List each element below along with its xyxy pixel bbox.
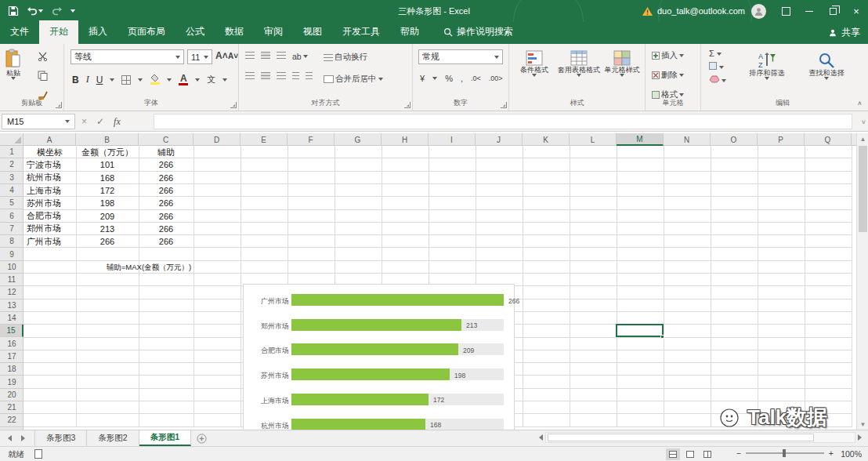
column-header-H[interactable]: H	[382, 133, 429, 146]
percent-style-icon[interactable]: %	[445, 74, 453, 83]
zoom-in-icon[interactable]: +	[829, 448, 834, 458]
bold-button[interactable]: B	[72, 74, 79, 85]
row-header-6[interactable]: 6	[0, 210, 24, 223]
font-size-select[interactable]: 11	[187, 49, 212, 64]
row-header-4[interactable]: 4	[0, 184, 24, 197]
cell-A2[interactable]: 宁波市场	[24, 158, 76, 171]
cell-A4[interactable]: 上海市场	[24, 184, 76, 197]
column-header-K[interactable]: K	[523, 133, 570, 146]
merge-center-button[interactable]: 合并后居中	[324, 74, 383, 85]
column-header-E[interactable]: E	[241, 133, 288, 146]
formula-bar-expand-icon[interactable]: ˅	[862, 118, 866, 126]
cell-C2[interactable]: 266	[139, 158, 193, 171]
row-header-11[interactable]: 11	[0, 274, 24, 286]
column-header-P[interactable]: P	[758, 133, 805, 146]
cell-C5[interactable]: 266	[139, 197, 193, 209]
cell-A7[interactable]: 郑州市场	[24, 223, 76, 235]
ribbon-tab-公式[interactable]: 公式	[175, 20, 215, 44]
column-header-G[interactable]: G	[335, 133, 382, 146]
cell-A5[interactable]: 苏州市场	[24, 197, 76, 209]
horizontal-scroll-thumb[interactable]	[548, 434, 814, 441]
zoom-out-icon[interactable]: −	[736, 448, 741, 458]
fill-color-dropdown-icon[interactable]	[167, 78, 172, 82]
cell-B7[interactable]: 213	[76, 223, 139, 235]
row-header-18[interactable]: 18	[0, 363, 24, 376]
font-color-icon[interactable]: A	[179, 74, 188, 85]
row-header-10[interactable]: 10	[0, 261, 24, 274]
cell-styles-button[interactable]: 单元格样式	[602, 50, 642, 77]
chart-bar[interactable]	[291, 368, 450, 380]
autosum-button[interactable]: Σ	[709, 49, 726, 58]
row-header-12[interactable]: 12	[0, 286, 24, 299]
bar-chart[interactable]: 广州市场266郑州市场213合肥市场209苏州市场198上海市场172杭州市场1…	[243, 284, 515, 430]
underline-dropdown-icon[interactable]	[110, 78, 114, 82]
row-header-5[interactable]: 5	[0, 197, 24, 209]
clipboard-dialog-launcher-icon[interactable]	[56, 102, 62, 108]
new-sheet-button[interactable]	[191, 430, 212, 446]
copy-icon[interactable]	[38, 70, 48, 84]
name-box-dropdown-icon[interactable]	[65, 120, 70, 123]
ribbon-tab-页面布局[interactable]: 页面布局	[118, 20, 175, 44]
ribbon-tab-开始[interactable]: 开始	[39, 20, 78, 44]
cell-C3[interactable]: 266	[139, 172, 193, 184]
cell-C1-header[interactable]: 辅助	[139, 146, 193, 158]
prev-sheet-icon[interactable]	[8, 435, 12, 441]
align-center-icon[interactable]	[261, 72, 270, 79]
restore-button[interactable]	[821, 0, 844, 22]
delete-cells-button[interactable]: 删除	[652, 70, 684, 81]
cell-B6[interactable]: 209	[76, 210, 139, 223]
increase-indent-icon[interactable]	[306, 72, 313, 79]
avatar[interactable]	[751, 4, 766, 19]
next-sheet-icon[interactable]	[21, 435, 25, 441]
column-header-O[interactable]: O	[711, 133, 758, 146]
align-left-icon[interactable]	[245, 72, 255, 79]
column-header-A[interactable]: A	[24, 133, 76, 146]
italic-button[interactable]: I	[86, 74, 89, 85]
align-bottom-icon[interactable]	[277, 52, 286, 59]
decrease-font-icon[interactable]: A˅	[228, 52, 238, 60]
cell-C7[interactable]: 266	[139, 223, 193, 235]
cell-C8[interactable]: 266	[139, 235, 193, 248]
conditional-formatting-button[interactable]: 条件格式	[512, 50, 556, 77]
undo-button[interactable]	[27, 6, 43, 16]
ribbon-tab-帮助[interactable]: 帮助	[390, 20, 429, 44]
cell-B1-header[interactable]: 金额（万元）	[76, 146, 139, 158]
borders-icon[interactable]	[121, 75, 131, 85]
accounting-format-icon[interactable]: ¥	[420, 74, 425, 83]
row-header-17[interactable]: 17	[0, 350, 24, 363]
vertical-scrollbar[interactable]: ▲ ▼	[856, 133, 868, 430]
ribbon-tab-视图[interactable]: 视图	[293, 20, 332, 44]
cell-A6[interactable]: 合肥市场	[24, 210, 76, 223]
enter-icon[interactable]: ✓	[96, 116, 104, 127]
alignment-dialog-launcher-icon[interactable]	[404, 102, 410, 108]
row-header-22[interactable]: 22	[0, 414, 24, 427]
align-middle-icon[interactable]	[261, 52, 270, 59]
insert-function-icon[interactable]: fx	[114, 116, 121, 128]
column-header-F[interactable]: F	[288, 133, 335, 146]
font-dialog-launcher-icon[interactable]	[230, 102, 237, 108]
column-header-D[interactable]: D	[193, 133, 241, 146]
ribbon-tab-文件[interactable]: 文件	[0, 20, 39, 44]
comma-style-icon[interactable]: ,	[461, 74, 463, 83]
chart-bar[interactable]	[291, 419, 425, 430]
row-header-7[interactable]: 7	[0, 223, 24, 235]
font-name-select[interactable]: 等线	[71, 49, 184, 64]
row-header-19[interactable]: 19	[0, 376, 24, 388]
align-right-icon[interactable]	[277, 72, 286, 79]
ribbon-display-options-button[interactable]	[774, 0, 797, 22]
worksheet-grid[interactable]: ABCDEFGHIJKLMNOPQ 1234567891011121314151…	[0, 133, 856, 430]
cell-C4[interactable]: 266	[139, 184, 193, 197]
sheet-tab-条形图1[interactable]: 条形图1	[139, 430, 191, 446]
column-header-M[interactable]: M	[617, 133, 664, 146]
page-layout-view-button[interactable]	[683, 448, 697, 460]
ribbon-tab-数据[interactable]: 数据	[215, 20, 254, 44]
zoom-level[interactable]: 100%	[841, 449, 862, 459]
accessibility-icon[interactable]	[34, 449, 42, 459]
select-all-corner[interactable]	[0, 133, 24, 146]
wrap-text-button[interactable]: 自动换行	[324, 52, 367, 63]
row-header-9[interactable]: 9	[0, 248, 24, 260]
cell-B8[interactable]: 266	[76, 235, 139, 248]
cell-C6[interactable]: 266	[139, 210, 193, 223]
decrease-decimal-icon[interactable]: .00˃	[489, 74, 503, 82]
zoom-slider-thumb[interactable]	[783, 449, 786, 457]
